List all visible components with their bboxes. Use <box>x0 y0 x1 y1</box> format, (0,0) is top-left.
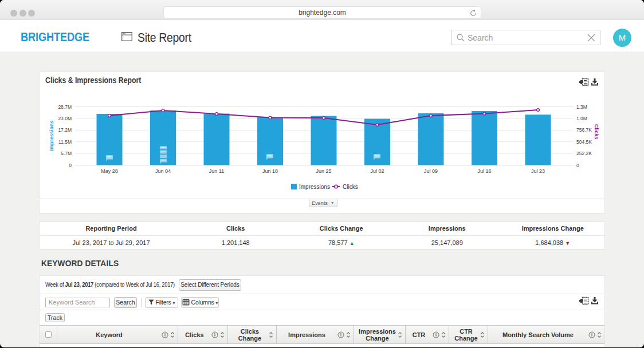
svg-text:17.2M: 17.2M <box>58 127 72 133</box>
svg-text:Jun 25: Jun 25 <box>316 168 331 174</box>
svg-text:28.7M: 28.7M <box>58 104 72 110</box>
svg-text:0: 0 <box>576 163 579 168</box>
svg-text:23.0M: 23.0M <box>58 116 72 121</box>
svg-text:Clicks: Clicks <box>343 184 358 190</box>
svg-text:Jul 02: Jul 02 <box>370 168 384 174</box>
svg-text:252.2K: 252.2K <box>576 151 592 156</box>
svg-text:May 28: May 28 <box>101 168 118 174</box>
svg-text:0: 0 <box>69 163 72 168</box>
svg-text:Jun 11: Jun 11 <box>209 168 224 174</box>
svg-text:Jul 23: Jul 23 <box>531 168 545 174</box>
svg-text:5.7M: 5.7M <box>61 151 72 156</box>
svg-text:1.3M: 1.3M <box>576 104 587 110</box>
svg-text:Jun 18: Jun 18 <box>262 168 278 174</box>
svg-text:756.7K: 756.7K <box>576 127 592 133</box>
svg-text:Clicks: Clicks <box>594 124 599 140</box>
svg-text:Impressions: Impressions <box>49 120 54 151</box>
svg-text:504.5K: 504.5K <box>576 139 592 145</box>
svg-text:Jul 16: Jul 16 <box>477 168 491 174</box>
svg-text:11.5M: 11.5M <box>58 139 72 145</box>
svg-text:Jun 04: Jun 04 <box>155 168 171 174</box>
svg-text:Impressions: Impressions <box>299 184 330 190</box>
svg-text:Jul 09: Jul 09 <box>424 168 438 174</box>
svg-text:1.0M: 1.0M <box>576 116 587 121</box>
